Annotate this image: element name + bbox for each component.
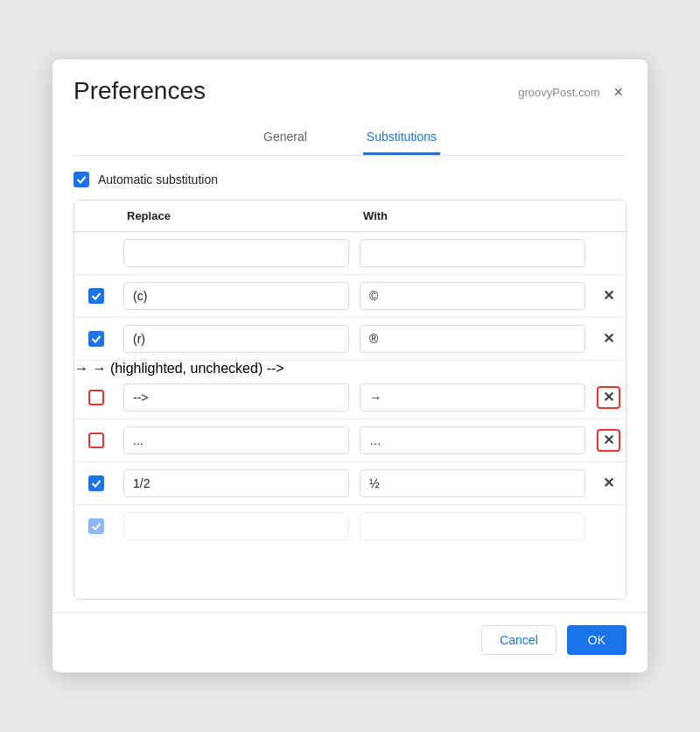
col-header-replace: Replace [118,209,354,222]
arrow-checkbox-cell [74,390,118,405]
ellipsis-checkbox[interactable] [88,433,104,448]
registered-replace-input[interactable] [123,325,349,353]
extra-checkbox[interactable] [88,518,104,534]
dialog-header: Preferences groovyPost.com × [52,60,648,105]
extra-with-input[interactable] [360,512,585,540]
tabs: General Substitutions [74,112,626,156]
auto-substitution-row: Automatic substitution [74,172,626,187]
col-header-delete [591,209,626,222]
new-replace-input[interactable] [123,239,349,267]
table-row: ✕ [74,318,626,361]
auto-substitution-label: Automatic substitution [98,172,218,187]
ellipsis-checkbox-cell [74,433,118,448]
new-entry-row [74,232,626,275]
ellipsis-replace-input[interactable] [123,426,349,454]
ok-button[interactable]: OK [567,625,626,655]
content-area: Automatic substitution Replace With [52,156,648,609]
half-replace-input[interactable] [123,469,349,497]
arrow-with-input[interactable] [360,384,585,412]
registered-with-input[interactable] [360,325,585,353]
table-row: ✕ [74,419,626,462]
preferences-dialog: Preferences groovyPost.com × General Sub… [52,60,648,672]
header-right: groovyPost.com × [518,82,626,102]
dialog-title: Preferences [74,77,206,105]
dialog-footer: Cancel OK [52,612,648,672]
half-delete-cell: ✕ [591,473,626,494]
tab-general[interactable]: General [260,123,311,155]
cancel-button[interactable]: Cancel [481,625,556,655]
brand-text: groovyPost.com [518,86,599,99]
copyright-checkbox[interactable] [88,288,104,304]
registered-checkbox-cell [74,331,118,347]
half-checkbox[interactable] [88,475,104,491]
tab-substitutions[interactable]: Substitutions [363,123,440,155]
half-delete-button[interactable]: ✕ [598,473,620,494]
table-row: ✕ [74,275,626,318]
arrow-replace-input[interactable] [123,384,349,412]
table-row: ✕ [74,462,626,505]
col-header-with: With [354,209,591,222]
arrow-checkbox[interactable] [88,390,104,405]
auto-substitution-checkbox[interactable] [74,172,89,187]
substitutions-table: Replace With [74,200,626,600]
copyright-delete-button[interactable]: ✕ [598,285,620,306]
extra-replace-input[interactable] [123,512,349,540]
table-row [74,505,626,547]
table-body: ✕ ✕ [74,232,626,599]
half-checkbox-cell [74,475,118,491]
arrow-delete-button[interactable]: ✕ [597,386,620,409]
table-header: Replace With [74,201,626,232]
new-with-input[interactable] [360,239,585,267]
registered-delete-cell: ✕ [591,328,626,349]
extra-checkbox-cell [74,518,118,534]
copyright-delete-cell: ✕ [591,285,626,306]
arrow-delete-cell: ✕ [591,386,626,409]
ellipsis-with-input[interactable] [360,426,585,454]
half-with-input[interactable] [360,469,585,497]
registered-checkbox[interactable] [88,331,104,347]
ellipsis-delete-button[interactable]: ✕ [597,429,620,452]
close-button[interactable]: × [610,82,626,102]
copyright-checkbox-cell [74,288,118,304]
registered-delete-button[interactable]: ✕ [598,328,620,349]
copyright-replace-input[interactable] [123,282,349,310]
ellipsis-delete-cell: ✕ [591,429,626,452]
table-row: ✕ [74,377,626,419]
col-header-checkbox [74,209,118,222]
copyright-with-input[interactable] [360,282,585,310]
